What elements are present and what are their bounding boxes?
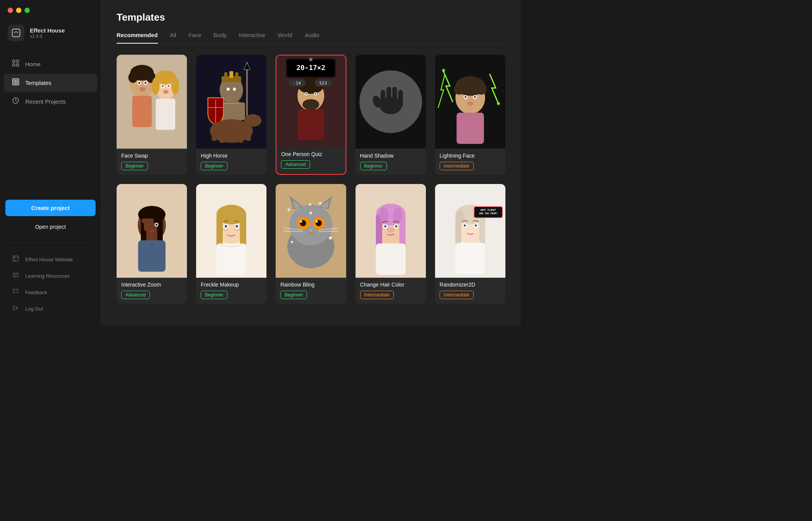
learning-icon <box>11 272 20 280</box>
template-thumb-high-horse <box>196 55 266 149</box>
template-info-face-swap: Face Swap Beginner <box>117 149 187 175</box>
svg-text:WHAT PLANET: WHAT PLANET <box>481 208 496 211</box>
svg-point-170 <box>456 210 464 224</box>
template-card-lightning-face[interactable]: Lightning Face Intermediate <box>435 55 505 175</box>
template-level-change-hair-color: Intermediate <box>360 291 394 299</box>
template-thumb-face-swap <box>117 55 187 149</box>
template-card-randomizer2d[interactable]: WHAT PLANET ARE YOU FROM? Randomizer2D I… <box>435 184 505 304</box>
template-thumb-freckle-makeup <box>196 184 266 278</box>
sidebar-item-website[interactable]: Effect House Website <box>4 252 97 267</box>
tab-recommended[interactable]: Recommended <box>117 32 158 44</box>
nav-section: Home Templates Recent Pro <box>0 50 101 196</box>
template-info-freckle-makeup: Freckle Makeup Beginner <box>196 278 266 304</box>
tab-world[interactable]: World <box>278 32 292 44</box>
create-project-button[interactable]: Create project <box>5 200 96 216</box>
template-level-face-swap: Beginner <box>121 162 148 170</box>
template-card-one-person-quiz[interactable]: 20-17×2 0 -14 523 One Person Quiz Advanc… <box>276 55 346 175</box>
sidebar-item-logout[interactable]: Log Out <box>4 301 97 317</box>
sidebar: Effect House v2.4.0 Home <box>0 0 101 325</box>
template-level-high-horse: Beginner <box>201 162 227 170</box>
tab-audio[interactable]: Audio <box>305 32 319 44</box>
svg-point-120 <box>236 226 237 227</box>
template-level-interactive-zoom: Advanced <box>121 291 150 299</box>
sidebar-item-recent[interactable]: Recent Projects <box>4 93 97 111</box>
template-level-hand-shadow: Beginner <box>360 162 387 170</box>
svg-rect-62 <box>297 109 324 140</box>
sidebar-item-learning[interactable]: Learning Resources <box>4 268 97 284</box>
page-title: Templates <box>117 11 505 23</box>
svg-point-20 <box>152 77 159 94</box>
template-info-lightning-face: Lightning Face Intermediate <box>435 149 505 175</box>
tab-face[interactable]: Face <box>188 32 201 44</box>
template-card-hand-shadow[interactable]: Hand Shadow Beginner <box>356 55 426 175</box>
template-name-freckle-makeup: Freckle Makeup <box>201 282 262 288</box>
tab-interactive[interactable]: Interactive <box>239 32 265 44</box>
sidebar-item-templates[interactable]: Templates <box>4 74 97 92</box>
svg-point-94 <box>497 102 500 105</box>
open-project-button[interactable]: Open project <box>5 220 96 234</box>
svg-point-61 <box>315 93 317 94</box>
template-name-one-person-quiz: One Person Quiz <box>281 151 341 157</box>
sidebar-item-templates-label: Templates <box>25 80 51 86</box>
svg-rect-1 <box>13 60 15 62</box>
svg-point-125 <box>237 230 238 231</box>
template-card-rainbow-bling[interactable]: Rainbow Bling Beginner <box>276 184 346 304</box>
template-level-randomizer2d: Intermediate <box>440 291 474 299</box>
template-thumb-interactive-zoom <box>117 184 187 278</box>
svg-rect-76 <box>386 87 391 107</box>
template-level-lightning-face: Intermediate <box>440 162 474 170</box>
template-card-interactive-zoom[interactable]: Interactive Zoom Advanced <box>117 184 187 304</box>
svg-rect-36 <box>224 72 227 78</box>
template-card-change-hair-color[interactable]: Change Hair Color Intermediate <box>356 184 426 304</box>
svg-text:523: 523 <box>320 81 327 86</box>
template-thumb-change-hair-color <box>356 184 426 278</box>
svg-rect-49 <box>239 127 243 143</box>
template-info-rainbow-bling: Rainbow Bling Beginner <box>276 278 346 304</box>
svg-rect-4 <box>16 64 19 66</box>
svg-rect-38 <box>235 72 239 78</box>
svg-rect-48 <box>220 127 224 143</box>
svg-point-108 <box>151 244 153 245</box>
main-content: Templates Recommended All Face Body Inte… <box>101 0 521 325</box>
svg-point-147 <box>291 241 293 243</box>
tab-body[interactable]: Body <box>214 32 227 44</box>
tab-all[interactable]: All <box>170 32 177 44</box>
sidebar-item-home[interactable]: Home <box>4 55 97 73</box>
svg-rect-43 <box>238 103 245 120</box>
svg-point-103 <box>156 223 158 225</box>
svg-rect-9 <box>16 82 18 84</box>
logout-icon <box>11 305 20 313</box>
maximize-button[interactable] <box>24 8 30 13</box>
brand-section: Effect House v2.4.0 <box>0 21 101 50</box>
template-thumb-randomizer2d: WHAT PLANET ARE YOU FROM? <box>435 184 505 278</box>
svg-point-123 <box>227 229 228 230</box>
template-card-freckle-makeup[interactable]: Freckle Makeup Beginner <box>196 184 266 304</box>
template-thumb-hand-shadow <box>356 55 426 149</box>
template-name-lightning-face: Lightning Face <box>440 153 501 159</box>
brand-icon <box>8 24 24 41</box>
svg-point-124 <box>235 229 236 230</box>
sidebar-item-logout-label: Log Out <box>25 306 43 312</box>
website-icon <box>11 256 20 264</box>
svg-rect-50 <box>246 125 251 141</box>
template-level-one-person-quiz: Advanced <box>281 160 310 169</box>
svg-point-156 <box>393 207 403 223</box>
template-name-rainbow-bling: Rainbow Bling <box>280 282 341 288</box>
template-card-high-horse[interactable]: High Horse Beginner <box>196 55 266 175</box>
svg-point-59 <box>305 93 307 94</box>
svg-rect-177 <box>455 243 485 274</box>
svg-point-15 <box>128 72 138 83</box>
svg-rect-77 <box>392 87 397 107</box>
window-controls <box>0 8 101 21</box>
svg-rect-78 <box>398 90 403 107</box>
svg-rect-17 <box>132 96 152 127</box>
close-button[interactable] <box>8 8 13 13</box>
template-name-hand-shadow: Hand Shadow <box>360 153 421 159</box>
svg-rect-5 <box>13 79 19 85</box>
svg-point-164 <box>387 227 394 233</box>
template-info-one-person-quiz: One Person Quiz Advanced <box>276 147 345 173</box>
sidebar-item-feedback[interactable]: Feedback <box>4 285 97 300</box>
minimize-button[interactable] <box>16 8 21 13</box>
template-card-face-swap[interactable]: Face Swap Beginner <box>117 55 187 175</box>
svg-rect-3 <box>13 64 15 66</box>
